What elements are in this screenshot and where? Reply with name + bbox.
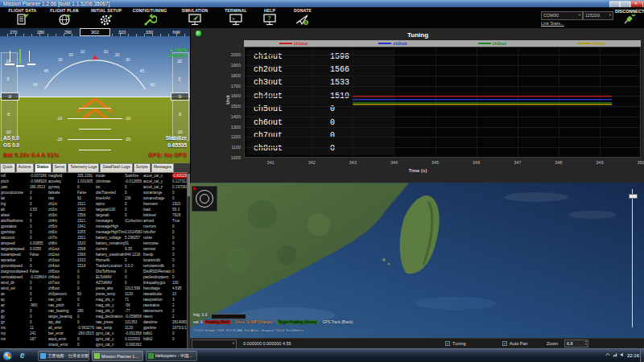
status-field-name: verticalspeed bbox=[0, 274, 30, 280]
status-field-value: -56 bbox=[125, 302, 142, 308]
status-field-value: 0 bbox=[77, 314, 95, 319]
plane-dollar-icon: $ bbox=[295, 14, 310, 26]
record-dot-icon bbox=[193, 187, 196, 190]
pitch-line-5 bbox=[79, 108, 111, 109]
y-tick-label: 1900 bbox=[192, 63, 241, 68]
legend-item[interactable]: ch2out bbox=[378, 41, 407, 46]
status-field-value: 1941 bbox=[77, 224, 95, 229]
tuning-checkbox[interactable] bbox=[445, 341, 450, 346]
menu-terminal[interactable]: TERMINAL >_ bbox=[219, 8, 253, 26]
roll-scale-label: 60 bbox=[33, 82, 38, 87]
status-field-name: ch6in bbox=[47, 229, 77, 235]
status-field-name: ch2out bbox=[47, 252, 77, 257]
tab-scripts[interactable]: Scripts bbox=[134, 163, 151, 172]
status-field-name: AZToMAV bbox=[95, 280, 125, 286]
x-tick-label: 342 bbox=[299, 160, 324, 165]
status-field-value: 0 bbox=[30, 319, 47, 325]
status-field-name: load bbox=[142, 207, 172, 212]
show-desktop-button[interactable] bbox=[640, 349, 644, 362]
menu-help[interactable]: HELP ? bbox=[258, 8, 282, 26]
tab-messages[interactable]: Messages bbox=[151, 163, 174, 172]
menu-donate[interactable]: DONATE $ bbox=[287, 8, 319, 26]
status-field-value: 1.001905 bbox=[77, 179, 95, 184]
status-field-name: tot bbox=[95, 184, 125, 190]
roll-scale-label: 10 bbox=[104, 49, 109, 54]
table-row: lowgroundspeedFalsech5out0DistToHome0Dis… bbox=[0, 269, 190, 274]
y-tick-label: 1000 bbox=[192, 155, 241, 160]
autopan-checkbox[interactable] bbox=[502, 341, 507, 346]
network-icon[interactable] bbox=[613, 352, 617, 357]
y-tick-label: 1800 bbox=[192, 73, 241, 78]
gridline bbox=[245, 65, 640, 66]
link-stats-link[interactable]: Link Stats... bbox=[541, 21, 564, 26]
menu-initial-setup[interactable]: INITIAL SETUP bbox=[87, 8, 126, 26]
table-row: az-980nav_pitch0mag_ofs_y-56ratestatus2 bbox=[0, 302, 190, 308]
channel-value: 0 bbox=[330, 118, 335, 127]
tuning-graph-panel[interactable]: Tuning ch1outch2outch3outch4out ch1out15… bbox=[190, 28, 644, 183]
status-field-name: rateattitude bbox=[142, 291, 172, 297]
tab-dataflash-logs[interactable]: DataFlash Logs bbox=[100, 163, 132, 172]
monitor-help-icon: ? bbox=[262, 14, 277, 26]
map-zoom-slider[interactable] bbox=[632, 189, 633, 327]
status-field-name: pitch bbox=[0, 179, 30, 184]
disconnect-button[interactable]: DISCONNECT bbox=[615, 9, 644, 28]
status-field-value: 844.1218 bbox=[125, 252, 142, 257]
table-row: yaw280.0513gyrosq0tot0accel_cal_z0.19708… bbox=[0, 184, 190, 190]
tray-expand-icon[interactable] bbox=[605, 352, 610, 357]
legend-item[interactable]: ch1out bbox=[279, 41, 308, 46]
tab-status[interactable]: Status bbox=[35, 163, 52, 172]
autopan-checkbox-label: Auto Pan bbox=[510, 341, 528, 346]
volume-icon[interactable] bbox=[620, 352, 625, 357]
status-field-value: 280.0513 bbox=[30, 184, 47, 190]
scale-number: -10 bbox=[172, 130, 187, 134]
map-zoom-slider-thumb[interactable] bbox=[629, 194, 638, 199]
table-row: mx11alt_error-0.963276raw_temp3130gpstim… bbox=[0, 325, 190, 331]
status-field-name: ch7out bbox=[47, 280, 77, 286]
stepper-arrows-icon: ▴▾ bbox=[585, 339, 587, 346]
menu-flight-data[interactable]: FLIGHT DATA bbox=[3, 8, 42, 26]
scale-number: 10 bbox=[1, 59, 15, 64]
baud-rate-dropdown[interactable]: 115200▼ bbox=[583, 11, 613, 20]
menu-simulation[interactable]: SIMULATION bbox=[175, 8, 214, 26]
status-field-name: messages bbox=[95, 218, 125, 224]
status-field-value: (Collection) bbox=[125, 218, 142, 224]
legend-label: ch3out bbox=[493, 41, 506, 46]
pitch-line-25 bbox=[79, 150, 111, 150]
instrument-overlay[interactable] bbox=[192, 186, 217, 212]
status-field-name: mz bbox=[0, 336, 30, 342]
tab-actions[interactable]: Actions bbox=[16, 163, 34, 172]
tab-telemetry-logs[interactable]: Telemetry Logs bbox=[68, 163, 99, 172]
pitch-label-right-10: -10 bbox=[125, 116, 130, 121]
legend-item[interactable]: ch3out bbox=[478, 41, 506, 46]
zoom-stepper[interactable]: 6.8 ▴▾ bbox=[564, 339, 588, 348]
windows-taskbar: e 22:16 卫星地图 - 台湾省全图Mission Planner 1...… bbox=[0, 348, 644, 362]
menu-config-tuning[interactable]: CONFIG/TUNING bbox=[129, 8, 171, 26]
browser-icon[interactable]: e bbox=[20, 351, 25, 360]
status-field-name bbox=[142, 342, 172, 348]
status-grid[interactable]: roll-0.007286magfield305.2291modeStabili… bbox=[0, 172, 190, 349]
flight-map[interactable]: hdg: 0.0 sat: 0 Heading (Red)Direct To W… bbox=[190, 183, 644, 338]
status-field-name: gpstime bbox=[142, 325, 172, 331]
tab-quick[interactable]: Quick bbox=[0, 163, 15, 172]
start-button[interactable] bbox=[2, 351, 13, 361]
hud-artificial-horizon[interactable]: -10 -10 -20 -20 270280290310320330NW 302… bbox=[0, 28, 190, 163]
menu-flight-plan[interactable]: FLIGHT PLAN bbox=[45, 8, 84, 26]
table-row: pitch-0.988928accelsq1.001905climbrate-0… bbox=[0, 179, 190, 184]
map-legend-item: Target Heading (Green) bbox=[276, 320, 318, 324]
legend-item[interactable]: ch4out bbox=[577, 41, 605, 46]
status-field-value: 0 bbox=[125, 190, 142, 195]
taskbar-button[interactable]: 卫星地图 - 台湾省全图 bbox=[38, 351, 89, 361]
taskbar-button[interactable]: Helicopter+ - 中国... bbox=[146, 351, 197, 361]
status-field-value: False bbox=[30, 269, 47, 274]
tab-servo[interactable]: Servo bbox=[52, 163, 68, 172]
status-field-name: battery_voltage bbox=[95, 235, 125, 241]
status-field-value: -0.988928 bbox=[30, 179, 47, 184]
com-port-dropdown[interactable]: COM30▼ bbox=[541, 11, 583, 20]
status-field-name: ch4in bbox=[47, 218, 77, 224]
heading-tick: 280 bbox=[37, 30, 44, 35]
gridline bbox=[245, 96, 640, 97]
taskbar-button[interactable]: Mission Planner 1.... bbox=[92, 351, 143, 361]
status-field-value: 0 bbox=[77, 269, 95, 274]
roll-scale-label: 10 bbox=[80, 49, 85, 54]
legend-swatch bbox=[378, 43, 391, 44]
